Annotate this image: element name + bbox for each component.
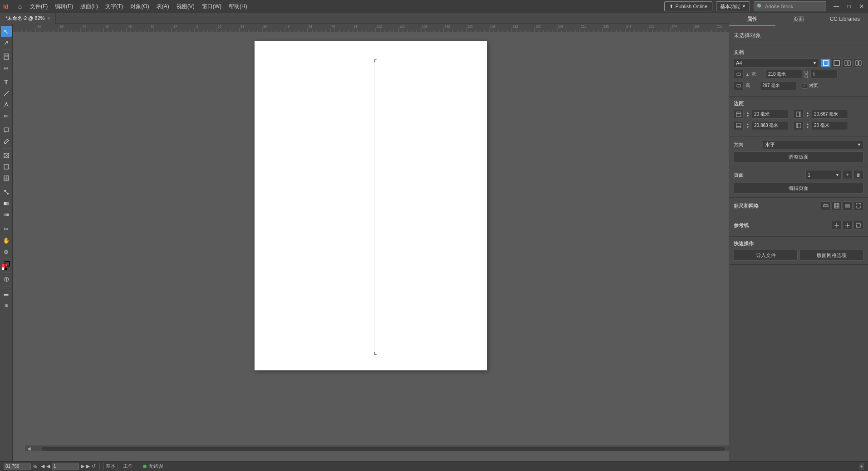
svg-rect-346	[796, 123, 801, 128]
rect-tool-button[interactable]	[1, 161, 12, 172]
height-input[interactable]: 297 毫米	[760, 81, 796, 90]
hand-tool-button[interactable]: ✋	[1, 235, 12, 246]
text-format-toggle[interactable]: Ⓣ	[1, 274, 12, 285]
import-file-button[interactable]: 导入文件	[734, 250, 798, 261]
basic-func-button[interactable]: 基本功能 ▼	[716, 1, 750, 11]
refresh-icon[interactable]: ↺	[92, 463, 96, 469]
pen-tool-button[interactable]	[1, 99, 12, 110]
line-tool-button[interactable]	[1, 88, 12, 99]
menu-view[interactable]: 视图(V)	[173, 0, 198, 13]
spin-up-width[interactable]: ▲	[745, 72, 750, 77]
margin-left-down[interactable]: ▼	[806, 126, 809, 129]
add-page-button[interactable]: +	[843, 170, 853, 179]
menu-object[interactable]: 对象(O)	[127, 0, 152, 13]
fill-stroke-button[interactable]	[1, 260, 12, 271]
extra-tools-button[interactable]: ⊞	[1, 300, 12, 311]
note-tool-button[interactable]	[1, 125, 12, 136]
margin-left-input[interactable]: 20 毫米	[812, 121, 848, 130]
margin-right-input[interactable]: 20.667 毫米	[812, 110, 848, 119]
margin-left-up[interactable]: ▲	[806, 122, 809, 126]
tab-pages[interactable]: 页面	[775, 13, 822, 26]
zoom-tool-button[interactable]: ⊕	[1, 246, 12, 257]
document-tab[interactable]: *未命名-2 @ 82% ×	[0, 13, 56, 24]
next-page-icon[interactable]: ▶	[81, 463, 84, 469]
adjust-layout-button[interactable]: 调整版面	[734, 151, 863, 162]
adobe-stock-search[interactable]: 🔍 Adobe Stock	[754, 1, 826, 11]
blend-tool-button[interactable]	[1, 187, 12, 198]
tab-cc-libraries[interactable]: CC Libraries	[822, 13, 868, 26]
frame-edge-button[interactable]	[853, 201, 863, 210]
margin-top-up[interactable]: ▲	[746, 111, 750, 114]
gradient-tool-button[interactable]	[1, 198, 12, 209]
pencil-tool-button[interactable]: ✏	[1, 111, 12, 121]
gap-tool-button[interactable]: ⇔	[1, 63, 12, 73]
page-num-value: 1	[808, 172, 810, 178]
grid-toggle-button[interactable]	[832, 201, 842, 210]
pages-input[interactable]: 1	[810, 70, 838, 79]
svg-rect-357	[834, 204, 839, 208]
edit-pages-button[interactable]: 编辑页面	[734, 183, 863, 194]
gradient-feather-button[interactable]	[1, 209, 12, 220]
svg-text:261: 261	[649, 25, 654, 28]
maximize-button[interactable]: □	[843, 0, 855, 13]
svg-text:102: 102	[377, 25, 382, 28]
margin-right-up[interactable]: ▲	[806, 111, 809, 114]
minimize-button[interactable]: —	[830, 0, 843, 13]
menu-file[interactable]: 文件(F)	[26, 0, 51, 13]
margin-right-down[interactable]: ▼	[806, 114, 809, 117]
rect-frame-tool-button[interactable]	[1, 150, 12, 161]
close-button[interactable]: ✕	[855, 0, 868, 13]
booklet-button[interactable]	[853, 58, 863, 68]
eyedropper-tool-button[interactable]	[1, 136, 12, 147]
page-tool-button[interactable]	[1, 51, 12, 62]
text-tool-button[interactable]: T	[1, 77, 12, 87]
margin-bottom-input[interactable]: 20.883 毫米	[752, 121, 788, 130]
baseline-grid-button[interactable]	[843, 201, 853, 210]
zoom-value: 81.759	[5, 464, 20, 469]
bleed-guides-button[interactable]	[853, 221, 863, 230]
margin-bottom-down[interactable]: ▼	[746, 126, 750, 129]
menu-edit[interactable]: 编辑(E)	[51, 0, 77, 13]
margin-top-input[interactable]: 20 毫米	[752, 110, 788, 119]
direction-select[interactable]: 水平 ▼	[763, 140, 863, 149]
landscape-button[interactable]	[832, 58, 842, 68]
scroll-track[interactable]	[42, 447, 725, 451]
panel-resize-icon[interactable]	[859, 463, 864, 470]
tab-properties[interactable]: 属性	[729, 13, 775, 26]
portrait-button[interactable]	[821, 58, 831, 68]
margin-top-down[interactable]: ▼	[746, 114, 750, 117]
horizontal-scrollbar[interactable]: ◀ ▶	[25, 446, 729, 451]
menu-window[interactable]: 窗口(W)	[198, 0, 225, 13]
page-number-input[interactable]: 1	[52, 463, 79, 470]
menu-help[interactable]: 帮助(H)	[225, 0, 251, 13]
ruler-toggle-button[interactable]	[821, 201, 831, 210]
menu-text[interactable]: 文字(T)	[102, 0, 127, 13]
direct-select-tool-button[interactable]: ↗	[1, 37, 12, 48]
scroll-left-button[interactable]: ◀	[25, 446, 33, 451]
multi-page-button[interactable]	[843, 58, 853, 68]
table-tool-button[interactable]	[1, 173, 12, 184]
margin-bottom-up[interactable]: ▲	[746, 122, 750, 126]
delete-page-button[interactable]: 🗑	[853, 170, 863, 179]
home-icon[interactable]: ⌂	[14, 0, 26, 13]
scissors-tool-button[interactable]: ✂	[1, 223, 12, 234]
preview-button[interactable]: ▬	[1, 288, 12, 299]
select-tool-button[interactable]: ↖	[1, 26, 12, 37]
svg-text:10: 10	[218, 25, 221, 28]
prev-page-btn[interactable]: ◀	[41, 463, 44, 469]
prev-page-icon[interactable]: ◀	[46, 463, 50, 469]
next-page-btn[interactable]: ▶	[86, 463, 90, 469]
layout-grid-button[interactable]: 版面网格选项	[799, 250, 863, 261]
page-number-select[interactable]: 1 ▼	[805, 170, 842, 180]
guides-cross-button[interactable]	[832, 221, 842, 230]
canvas-area[interactable]: ◀ ▶	[13, 32, 729, 461]
page-size-select[interactable]: A4 ▼	[734, 58, 819, 68]
facing-pages-checkbox[interactable]: ✓	[802, 83, 807, 88]
width-input[interactable]: 210 毫米	[766, 70, 802, 79]
smart-guides-button[interactable]	[843, 221, 853, 230]
publish-online-button[interactable]: ⬆ Publish Online	[664, 1, 712, 11]
menu-table[interactable]: 表(A)	[153, 0, 173, 13]
zoom-input[interactable]: 81.759	[4, 463, 31, 470]
menu-layout[interactable]: 版面(L)	[77, 0, 102, 13]
tab-close-icon[interactable]: ×	[47, 16, 50, 21]
